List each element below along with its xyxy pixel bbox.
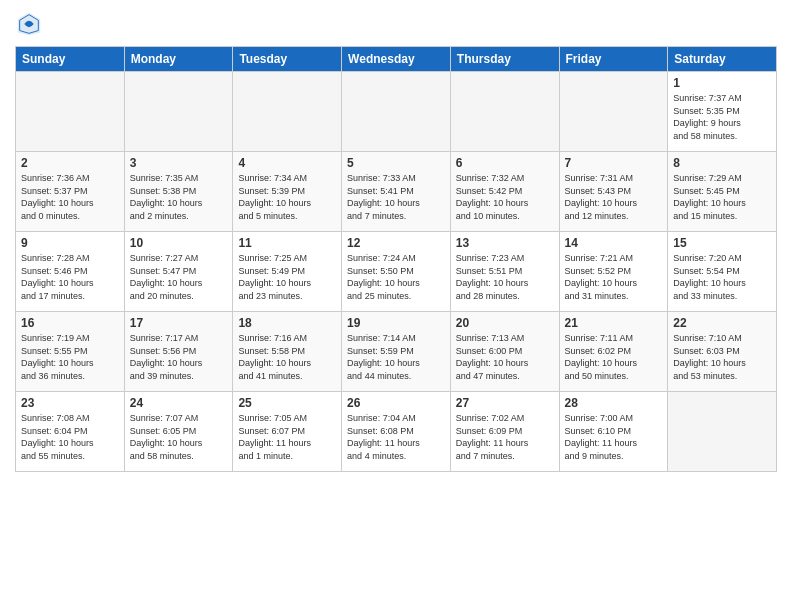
day-number: 13: [456, 236, 554, 250]
day-info: Sunrise: 7:02 AM Sunset: 6:09 PM Dayligh…: [456, 412, 554, 462]
col-header-sunday: Sunday: [16, 47, 125, 72]
day-cell: 4Sunrise: 7:34 AM Sunset: 5:39 PM Daylig…: [233, 152, 342, 232]
day-info: Sunrise: 7:33 AM Sunset: 5:41 PM Dayligh…: [347, 172, 445, 222]
day-number: 9: [21, 236, 119, 250]
day-cell: 28Sunrise: 7:00 AM Sunset: 6:10 PM Dayli…: [559, 392, 668, 472]
col-header-monday: Monday: [124, 47, 233, 72]
day-cell: [16, 72, 125, 152]
day-number: 1: [673, 76, 771, 90]
day-info: Sunrise: 7:23 AM Sunset: 5:51 PM Dayligh…: [456, 252, 554, 302]
day-cell: 20Sunrise: 7:13 AM Sunset: 6:00 PM Dayli…: [450, 312, 559, 392]
logo: [15, 10, 45, 38]
day-cell: 16Sunrise: 7:19 AM Sunset: 5:55 PM Dayli…: [16, 312, 125, 392]
col-header-saturday: Saturday: [668, 47, 777, 72]
day-number: 25: [238, 396, 336, 410]
page: SundayMondayTuesdayWednesdayThursdayFrid…: [0, 0, 792, 482]
day-cell: 8Sunrise: 7:29 AM Sunset: 5:45 PM Daylig…: [668, 152, 777, 232]
day-cell: 14Sunrise: 7:21 AM Sunset: 5:52 PM Dayli…: [559, 232, 668, 312]
logo-icon: [15, 10, 43, 38]
day-cell: 18Sunrise: 7:16 AM Sunset: 5:58 PM Dayli…: [233, 312, 342, 392]
day-cell: 2Sunrise: 7:36 AM Sunset: 5:37 PM Daylig…: [16, 152, 125, 232]
day-info: Sunrise: 7:20 AM Sunset: 5:54 PM Dayligh…: [673, 252, 771, 302]
day-number: 12: [347, 236, 445, 250]
day-info: Sunrise: 7:29 AM Sunset: 5:45 PM Dayligh…: [673, 172, 771, 222]
week-row-3: 16Sunrise: 7:19 AM Sunset: 5:55 PM Dayli…: [16, 312, 777, 392]
week-row-1: 2Sunrise: 7:36 AM Sunset: 5:37 PM Daylig…: [16, 152, 777, 232]
col-header-tuesday: Tuesday: [233, 47, 342, 72]
week-row-2: 9Sunrise: 7:28 AM Sunset: 5:46 PM Daylig…: [16, 232, 777, 312]
col-header-thursday: Thursday: [450, 47, 559, 72]
header-row: SundayMondayTuesdayWednesdayThursdayFrid…: [16, 47, 777, 72]
day-number: 22: [673, 316, 771, 330]
day-number: 16: [21, 316, 119, 330]
day-cell: 6Sunrise: 7:32 AM Sunset: 5:42 PM Daylig…: [450, 152, 559, 232]
day-number: 8: [673, 156, 771, 170]
day-info: Sunrise: 7:00 AM Sunset: 6:10 PM Dayligh…: [565, 412, 663, 462]
day-info: Sunrise: 7:24 AM Sunset: 5:50 PM Dayligh…: [347, 252, 445, 302]
day-info: Sunrise: 7:08 AM Sunset: 6:04 PM Dayligh…: [21, 412, 119, 462]
day-number: 6: [456, 156, 554, 170]
day-cell: 17Sunrise: 7:17 AM Sunset: 5:56 PM Dayli…: [124, 312, 233, 392]
day-cell: 11Sunrise: 7:25 AM Sunset: 5:49 PM Dayli…: [233, 232, 342, 312]
day-cell: 23Sunrise: 7:08 AM Sunset: 6:04 PM Dayli…: [16, 392, 125, 472]
day-number: 5: [347, 156, 445, 170]
day-cell: 7Sunrise: 7:31 AM Sunset: 5:43 PM Daylig…: [559, 152, 668, 232]
day-cell: 27Sunrise: 7:02 AM Sunset: 6:09 PM Dayli…: [450, 392, 559, 472]
day-cell: 26Sunrise: 7:04 AM Sunset: 6:08 PM Dayli…: [342, 392, 451, 472]
header: [15, 10, 777, 38]
col-header-friday: Friday: [559, 47, 668, 72]
day-info: Sunrise: 7:21 AM Sunset: 5:52 PM Dayligh…: [565, 252, 663, 302]
day-number: 11: [238, 236, 336, 250]
day-cell: 21Sunrise: 7:11 AM Sunset: 6:02 PM Dayli…: [559, 312, 668, 392]
day-cell: 10Sunrise: 7:27 AM Sunset: 5:47 PM Dayli…: [124, 232, 233, 312]
day-number: 21: [565, 316, 663, 330]
day-info: Sunrise: 7:37 AM Sunset: 5:35 PM Dayligh…: [673, 92, 771, 142]
day-number: 27: [456, 396, 554, 410]
day-cell: 25Sunrise: 7:05 AM Sunset: 6:07 PM Dayli…: [233, 392, 342, 472]
calendar-table: SundayMondayTuesdayWednesdayThursdayFrid…: [15, 46, 777, 472]
day-number: 23: [21, 396, 119, 410]
day-info: Sunrise: 7:19 AM Sunset: 5:55 PM Dayligh…: [21, 332, 119, 382]
day-info: Sunrise: 7:11 AM Sunset: 6:02 PM Dayligh…: [565, 332, 663, 382]
day-info: Sunrise: 7:36 AM Sunset: 5:37 PM Dayligh…: [21, 172, 119, 222]
day-number: 24: [130, 396, 228, 410]
day-info: Sunrise: 7:16 AM Sunset: 5:58 PM Dayligh…: [238, 332, 336, 382]
day-cell: 1Sunrise: 7:37 AM Sunset: 5:35 PM Daylig…: [668, 72, 777, 152]
day-info: Sunrise: 7:10 AM Sunset: 6:03 PM Dayligh…: [673, 332, 771, 382]
day-number: 28: [565, 396, 663, 410]
day-info: Sunrise: 7:28 AM Sunset: 5:46 PM Dayligh…: [21, 252, 119, 302]
day-number: 2: [21, 156, 119, 170]
day-number: 10: [130, 236, 228, 250]
day-info: Sunrise: 7:17 AM Sunset: 5:56 PM Dayligh…: [130, 332, 228, 382]
day-cell: 15Sunrise: 7:20 AM Sunset: 5:54 PM Dayli…: [668, 232, 777, 312]
day-info: Sunrise: 7:25 AM Sunset: 5:49 PM Dayligh…: [238, 252, 336, 302]
day-cell: 12Sunrise: 7:24 AM Sunset: 5:50 PM Dayli…: [342, 232, 451, 312]
day-cell: 3Sunrise: 7:35 AM Sunset: 5:38 PM Daylig…: [124, 152, 233, 232]
day-cell: [342, 72, 451, 152]
week-row-0: 1Sunrise: 7:37 AM Sunset: 5:35 PM Daylig…: [16, 72, 777, 152]
day-number: 15: [673, 236, 771, 250]
day-info: Sunrise: 7:27 AM Sunset: 5:47 PM Dayligh…: [130, 252, 228, 302]
day-number: 18: [238, 316, 336, 330]
day-info: Sunrise: 7:14 AM Sunset: 5:59 PM Dayligh…: [347, 332, 445, 382]
day-info: Sunrise: 7:07 AM Sunset: 6:05 PM Dayligh…: [130, 412, 228, 462]
day-number: 4: [238, 156, 336, 170]
day-info: Sunrise: 7:13 AM Sunset: 6:00 PM Dayligh…: [456, 332, 554, 382]
day-number: 20: [456, 316, 554, 330]
day-cell: 22Sunrise: 7:10 AM Sunset: 6:03 PM Dayli…: [668, 312, 777, 392]
day-number: 17: [130, 316, 228, 330]
day-cell: 5Sunrise: 7:33 AM Sunset: 5:41 PM Daylig…: [342, 152, 451, 232]
day-cell: [559, 72, 668, 152]
day-info: Sunrise: 7:35 AM Sunset: 5:38 PM Dayligh…: [130, 172, 228, 222]
day-cell: [668, 392, 777, 472]
day-cell: [233, 72, 342, 152]
day-number: 19: [347, 316, 445, 330]
day-cell: [450, 72, 559, 152]
col-header-wednesday: Wednesday: [342, 47, 451, 72]
day-info: Sunrise: 7:32 AM Sunset: 5:42 PM Dayligh…: [456, 172, 554, 222]
day-number: 7: [565, 156, 663, 170]
day-info: Sunrise: 7:31 AM Sunset: 5:43 PM Dayligh…: [565, 172, 663, 222]
week-row-4: 23Sunrise: 7:08 AM Sunset: 6:04 PM Dayli…: [16, 392, 777, 472]
day-info: Sunrise: 7:05 AM Sunset: 6:07 PM Dayligh…: [238, 412, 336, 462]
day-number: 3: [130, 156, 228, 170]
